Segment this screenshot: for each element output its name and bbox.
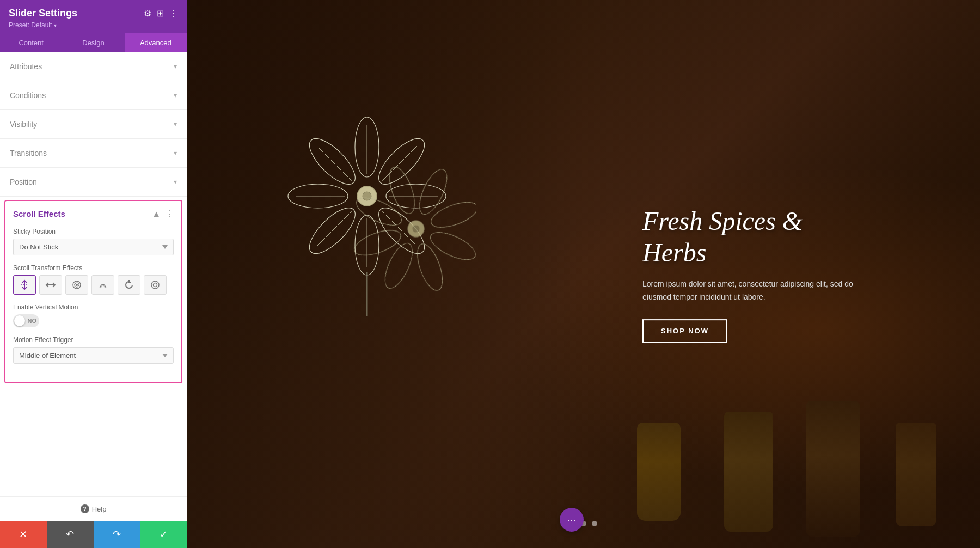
- transform-rotate-btn[interactable]: [118, 275, 140, 295]
- attributes-chevron: ▾: [174, 63, 177, 70]
- collapse-icon[interactable]: ▲: [152, 209, 161, 219]
- scroll-effects-more-icon[interactable]: ⋮: [165, 209, 174, 219]
- svg-point-29: [412, 241, 448, 294]
- motion-trigger-group: Motion Effect Trigger Middle of Element …: [13, 336, 174, 364]
- accordion-position: Position ▾: [0, 168, 187, 197]
- scroll-effects-controls: ▲ ⋮: [152, 209, 174, 219]
- sidebar-header: Slider Settings ⚙ ⊞ ⋮ Preset: Default ▾: [0, 0, 187, 33]
- main-content: Fresh Spices & Herbs Lorem ipsum dolor s…: [187, 0, 980, 548]
- vertical-motion-group: Enable Vertical Motion NO: [13, 303, 174, 327]
- hero-slider: Fresh Spices & Herbs Lorem ipsum dolor s…: [187, 0, 980, 548]
- sidebar-title: Slider Settings: [9, 8, 77, 19]
- accordion-conditions-header[interactable]: Conditions ▾: [0, 81, 187, 109]
- svg-point-30: [379, 240, 418, 293]
- transform-scale-btn[interactable]: [144, 275, 167, 295]
- fab-dots-icon: ···: [567, 514, 575, 526]
- svg-point-25: [363, 192, 371, 200]
- accordion-visibility-header[interactable]: Visibility ▾: [0, 110, 187, 138]
- toggle-no-label: NO: [28, 318, 37, 324]
- sidebar: Slider Settings ⚙ ⊞ ⋮ Preset: Default ▾ …: [0, 0, 187, 548]
- motion-trigger-label: Motion Effect Trigger: [13, 336, 174, 344]
- visibility-chevron: ▾: [174, 120, 177, 128]
- preset-chevron: ▾: [54, 22, 57, 28]
- conditions-chevron: ▾: [174, 92, 177, 99]
- scroll-effects-panel: Scroll Effects ▲ ⋮ Sticky Position Do No…: [4, 200, 182, 383]
- svg-point-5: [76, 284, 78, 286]
- svg-line-23: [317, 146, 352, 181]
- help-section: ? Help: [0, 496, 187, 521]
- save-icon: ✓: [160, 528, 168, 540]
- transform-fade-btn[interactable]: [65, 275, 88, 295]
- transform-horizontal-btn[interactable]: [39, 275, 62, 295]
- accordion-visibility: Visibility ▾: [0, 110, 187, 139]
- undo-icon: ↶: [66, 528, 74, 540]
- sidebar-tabs: Content Design Advanced: [0, 33, 187, 52]
- slider-dot-3[interactable]: [592, 521, 597, 526]
- sticky-position-group: Sticky Position Do Not Stick Top of View…: [13, 228, 174, 255]
- transform-icons-row: [13, 275, 174, 295]
- cancel-icon: ✕: [19, 528, 27, 540]
- accordion-transitions: Transitions ▾: [0, 139, 187, 168]
- floating-action-button[interactable]: ···: [560, 508, 584, 532]
- visibility-label: Visibility: [10, 120, 37, 129]
- more-icon[interactable]: ⋮: [169, 8, 178, 19]
- layout-icon[interactable]: ⊞: [157, 8, 164, 19]
- conditions-label: Conditions: [10, 91, 46, 100]
- sidebar-body: Attributes ▾ Conditions ▾ Visibility ▾ T…: [0, 52, 187, 496]
- undo-button[interactable]: ↶: [47, 521, 94, 548]
- svg-point-28: [427, 227, 476, 265]
- redo-icon: ↷: [113, 528, 121, 540]
- hero-title: Fresh Spices & Herbs: [642, 205, 871, 268]
- redo-button[interactable]: ↷: [94, 521, 140, 548]
- toggle-thumb: [14, 315, 25, 326]
- position-label: Position: [10, 178, 37, 186]
- svg-point-7: [154, 283, 157, 287]
- transform-vertical-btn[interactable]: [13, 275, 36, 295]
- position-chevron: ▾: [174, 178, 177, 186]
- sticky-position-select[interactable]: Do Not Stick Top of Viewport Bottom of V…: [13, 239, 174, 255]
- transitions-chevron: ▾: [174, 149, 177, 157]
- tab-advanced[interactable]: Advanced: [125, 33, 187, 52]
- svg-point-27: [428, 197, 476, 233]
- hero-text-content: Fresh Spices & Herbs Lorem ipsum dolor s…: [642, 205, 871, 343]
- sidebar-bottom-bar: ✕ ↶ ↷ ✓: [0, 521, 187, 548]
- star-anise-illustration: [258, 44, 476, 316]
- accordion-attributes: Attributes ▾: [0, 52, 187, 81]
- svg-line-21: [317, 211, 352, 246]
- hero-description: Lorem ipsum dolor sit amet, consectetur …: [642, 278, 871, 304]
- motion-trigger-select[interactable]: Middle of Element Top of Element Bottom …: [13, 347, 174, 364]
- help-link[interactable]: ? Help: [8, 504, 179, 513]
- svg-point-26: [414, 166, 452, 218]
- accordion-conditions: Conditions ▾: [0, 81, 187, 110]
- vertical-motion-toggle[interactable]: NO: [13, 314, 39, 327]
- tab-design[interactable]: Design: [62, 33, 124, 52]
- help-icon: ?: [81, 504, 89, 513]
- toggle-row: NO: [13, 314, 174, 327]
- preset-label[interactable]: Preset: Default: [9, 21, 52, 29]
- scroll-transform-group: Scroll Transform Effects: [13, 264, 174, 295]
- help-label: Help: [92, 505, 107, 513]
- transitions-label: Transitions: [10, 149, 47, 157]
- svg-point-6: [151, 281, 159, 289]
- accordion-position-header[interactable]: Position ▾: [0, 168, 187, 196]
- svg-line-17: [382, 146, 417, 181]
- transform-blur-btn[interactable]: [91, 275, 114, 295]
- tab-content[interactable]: Content: [0, 33, 62, 52]
- save-button[interactable]: ✓: [140, 521, 187, 548]
- accordion-attributes-header[interactable]: Attributes ▾: [0, 52, 187, 81]
- attributes-label: Attributes: [10, 62, 42, 71]
- scroll-transform-label: Scroll Transform Effects: [13, 264, 174, 272]
- cancel-button[interactable]: ✕: [0, 521, 47, 548]
- header-icons: ⚙ ⊞ ⋮: [144, 8, 178, 19]
- shop-now-button[interactable]: SHOP NOW: [642, 319, 727, 343]
- scroll-effects-title: Scroll Effects: [13, 209, 65, 218]
- accordion-transitions-header[interactable]: Transitions ▾: [0, 139, 187, 167]
- vertical-motion-label: Enable Vertical Motion: [13, 303, 174, 311]
- sticky-position-label: Sticky Position: [13, 228, 174, 235]
- settings-icon[interactable]: ⚙: [144, 8, 151, 19]
